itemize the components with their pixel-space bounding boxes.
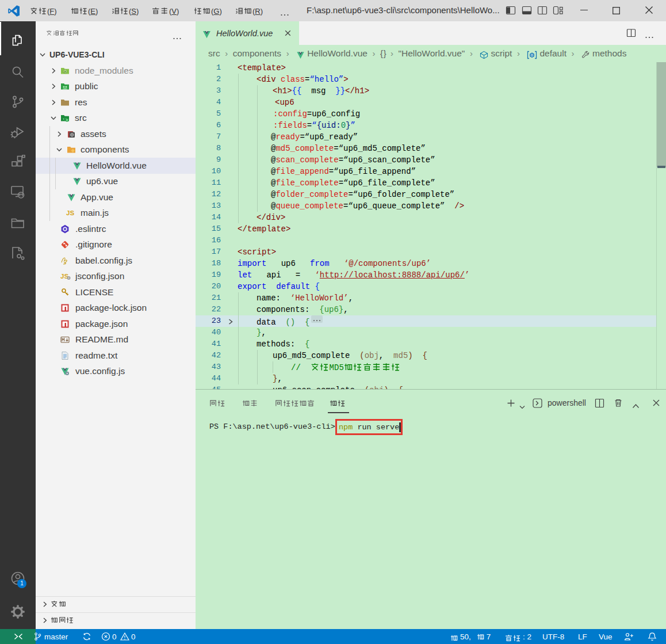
svg-text:js: js — [64, 70, 67, 73]
